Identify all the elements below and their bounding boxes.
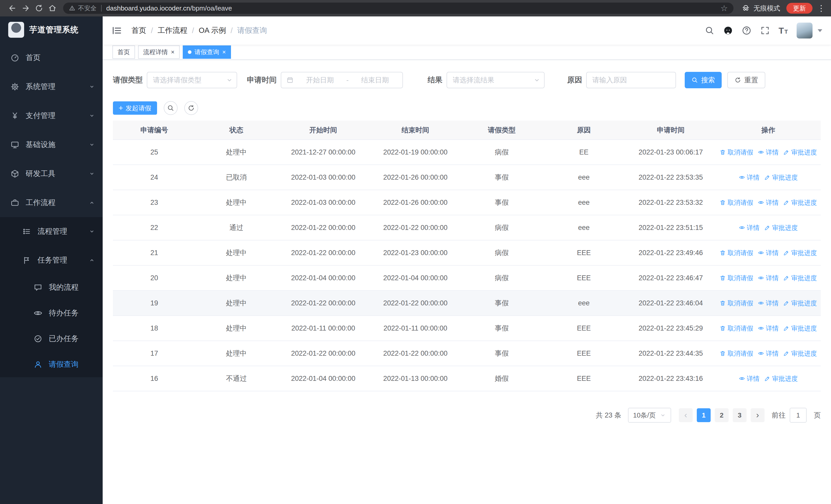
font-size-icon[interactable]: TT — [779, 26, 788, 36]
approval-progress-link[interactable]: 审批进度 — [764, 375, 798, 383]
cancel-leave-link[interactable]: 取消请假 — [720, 274, 753, 282]
close-icon[interactable]: × — [222, 49, 226, 55]
cancel-leave-link[interactable]: 取消请假 — [720, 249, 753, 257]
create-leave-button[interactable]: + 发起请假 — [113, 101, 157, 115]
next-page-button[interactable]: › — [751, 408, 765, 422]
cancel-leave-link[interactable]: 取消请假 — [720, 198, 753, 207]
detail-link[interactable]: 详情 — [758, 198, 779, 207]
tab-process-detail[interactable]: 流程详情× — [138, 46, 180, 59]
update-button[interactable]: 更新 — [786, 3, 812, 13]
cell-operations: 详情审批进度 — [716, 215, 821, 240]
fullscreen-icon[interactable] — [760, 26, 770, 35]
breadcrumb-item-workflow[interactable]: 工作流程 — [157, 25, 188, 36]
cancel-leave-link[interactable]: 取消请假 — [720, 349, 753, 358]
help-icon[interactable] — [742, 26, 751, 35]
approval-progress-link[interactable]: 审批进度 — [783, 299, 817, 307]
refresh-button[interactable] — [32, 2, 46, 15]
approval-progress-link[interactable]: 审批进度 — [783, 274, 817, 282]
address-bar[interactable]: 不安全 dashboard.yudao.iocoder.cn/bpm/oa/le… — [63, 3, 734, 14]
detail-link[interactable]: 详情 — [739, 375, 760, 383]
sidebar-item-system[interactable]: 系统管理 — [0, 72, 103, 101]
browser-menu-icon[interactable]: ⋮ — [817, 3, 825, 13]
cell-leave-type: 事假 — [461, 165, 542, 190]
result-input[interactable] — [447, 72, 545, 88]
page-size-select[interactable]: 10条/页 — [628, 408, 671, 423]
sidebar-item-devtools[interactable]: 研发工具 — [0, 159, 103, 188]
leave-type-select[interactable] — [147, 72, 237, 88]
sidebar-item-workflow[interactable]: 工作流程 — [0, 188, 103, 217]
detail-link[interactable]: 详情 — [758, 299, 779, 307]
cell-operations: 取消请假详情审批进度 — [716, 190, 821, 215]
chevron-down-icon[interactable] — [818, 29, 822, 32]
search-icon[interactable] — [705, 26, 715, 35]
sidebar-item-process-mgmt[interactable]: 流程管理 — [0, 217, 103, 246]
message-icon — [33, 283, 42, 292]
detail-link[interactable]: 详情 — [758, 349, 779, 358]
chevron-down-icon — [533, 77, 541, 84]
github-icon[interactable] — [723, 26, 733, 35]
tab-home[interactable]: 首页 — [112, 46, 135, 59]
detail-link[interactable]: 详情 — [758, 148, 779, 156]
user-avatar[interactable] — [797, 23, 812, 38]
detail-link[interactable]: 详情 — [739, 224, 760, 232]
breadcrumb-item-home[interactable]: 首页 — [132, 25, 146, 36]
sidebar-item-my-process[interactable]: 我的流程 — [0, 274, 103, 300]
tab-leave-query[interactable]: 请假查询× — [183, 46, 231, 59]
result-select[interactable] — [447, 72, 545, 88]
approval-progress-link[interactable]: 审批进度 — [783, 198, 817, 207]
cancel-leave-link[interactable]: 取消请假 — [720, 148, 753, 156]
page-button-2[interactable]: 2 — [715, 408, 728, 422]
close-icon[interactable]: × — [171, 49, 174, 55]
page-button-3[interactable]: 3 — [733, 408, 747, 422]
toggle-search-button[interactable] — [164, 101, 178, 115]
breadcrumb-item-oa[interactable]: OA 示例 — [199, 25, 226, 36]
breadcrumb-item-current: 请假查询 — [237, 25, 267, 36]
page-button-1[interactable]: 1 — [697, 408, 711, 422]
prev-page-button[interactable]: ‹ — [679, 408, 693, 422]
table-row: 24已取消2022-01-03 00:00:002022-01-26 00:00… — [113, 165, 821, 190]
approval-progress-link[interactable]: 审批进度 — [783, 148, 817, 156]
table-row: 16不通过2022-01-04 00:00:002022-01-13 00:00… — [113, 366, 821, 391]
goto-page-input[interactable] — [790, 408, 807, 423]
leave-type-input[interactable] — [147, 72, 237, 88]
cell-start-time: 2022-01-03 00:00:00 — [277, 165, 369, 190]
chevron-down-icon — [660, 412, 666, 418]
approval-progress-link[interactable]: 审批进度 — [783, 249, 817, 257]
chevron-down-icon — [88, 228, 95, 235]
bookmark-icon[interactable]: ☆ — [720, 3, 728, 13]
edit-icon — [783, 199, 790, 206]
cancel-leave-link[interactable]: 取消请假 — [720, 299, 753, 307]
reset-button[interactable]: 重置 — [727, 72, 765, 88]
detail-link[interactable]: 详情 — [739, 173, 760, 182]
cell-leave-type: 婚假 — [461, 366, 542, 391]
approval-progress-link[interactable]: 审批进度 — [764, 173, 798, 182]
sidebar-item-task-mgmt[interactable]: 任务管理 — [0, 246, 103, 274]
sidebar-item-infra[interactable]: 基础设施 — [0, 130, 103, 159]
approval-progress-link[interactable]: 审批进度 — [783, 349, 817, 358]
detail-link[interactable]: 详情 — [758, 324, 779, 333]
sidebar-item-todo-tasks[interactable]: 待办任务 — [0, 300, 103, 326]
sidebar-item-payment[interactable]: 支付管理 — [0, 101, 103, 130]
sidebar-toggle-icon[interactable] — [111, 25, 122, 36]
reason-input[interactable] — [586, 72, 676, 88]
back-button[interactable] — [6, 2, 19, 15]
cell-leave-type: 事假 — [461, 190, 542, 215]
forward-button[interactable] — [19, 2, 32, 15]
edit-icon — [783, 325, 790, 331]
detail-link[interactable]: 详情 — [758, 249, 779, 257]
cancel-leave-link[interactable]: 取消请假 — [720, 324, 753, 333]
detail-link[interactable]: 详情 — [758, 274, 779, 282]
sidebar-item-leave-query[interactable]: 请假查询 — [0, 352, 103, 377]
breadcrumb: 首页 / 工作流程 / OA 示例 / 请假查询 — [132, 25, 267, 36]
cell-start-time: 2022-01-22 00:00:00 — [277, 240, 369, 265]
sidebar-item-home[interactable]: 首页 — [0, 43, 103, 72]
cell-status: 处理中 — [196, 341, 277, 366]
search-button[interactable]: 搜索 — [685, 72, 722, 88]
approval-progress-link[interactable]: 审批进度 — [783, 324, 817, 333]
home-button[interactable] — [46, 2, 59, 15]
sidebar-item-done-tasks[interactable]: 已办任务 — [0, 326, 103, 352]
apply-time-range-picker[interactable]: 开始日期 - 结束日期 — [281, 72, 403, 88]
approval-progress-link[interactable]: 审批进度 — [764, 224, 798, 232]
end-date-placeholder: 结束日期 — [353, 76, 398, 85]
refresh-table-button[interactable] — [184, 101, 198, 115]
